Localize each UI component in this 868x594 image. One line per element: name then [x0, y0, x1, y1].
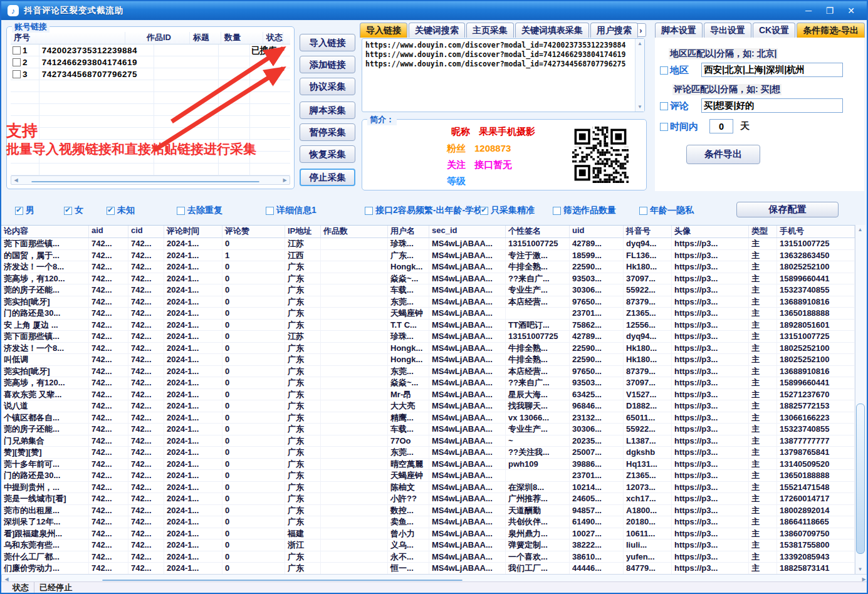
time-input[interactable]: [709, 119, 733, 133]
comments-column-header[interactable]: 评论时间: [164, 226, 222, 237]
comment-row[interactable]: 乌和东莞有些...742...742...2024-1...0浙江义乌...MS…: [1, 539, 855, 551]
action-button[interactable]: 导入链接: [300, 34, 355, 51]
account-column-header[interactable]: 序号: [11, 32, 125, 44]
row-checkbox[interactable]: [13, 46, 21, 55]
option-checkbox-box[interactable]: [15, 207, 23, 215]
comment-row[interactable]: 深圳呆了12年...742...742...2024-1...0广东卖鱼...M…: [1, 516, 855, 528]
comments-column-header[interactable]: cid: [128, 226, 164, 237]
option-checkbox-box[interactable]: [107, 207, 115, 215]
account-hscrollbar[interactable]: ◀ ▶: [11, 175, 290, 185]
comment-row[interactable]: 赞][赞][赞]742...742...2024-1...0广东东莞...MS4…: [1, 447, 855, 459]
comments-column-header[interactable]: 头像: [672, 226, 749, 237]
option-checkbox[interactable]: 未知: [107, 205, 135, 216]
option-checkbox-box[interactable]: [553, 207, 561, 215]
row-checkbox[interactable]: [13, 70, 21, 78]
settings-tab[interactable]: CK设置: [753, 23, 795, 38]
comment-row[interactable]: 莞市的出租屋...742...742...2024-1...0广东数控...MS…: [1, 505, 855, 517]
option-checkbox[interactable]: 详细信息1: [266, 205, 316, 216]
comment-row[interactable]: 叫低调742...742...2024-1...0广东Hongk...MS4wL…: [1, 354, 855, 366]
comment-row[interactable]: 莞下面那些镇...742...742...2024-1...0江苏珍珠...MS…: [1, 238, 855, 250]
scroll-down-icon[interactable]: ▼: [855, 565, 865, 574]
comment-checkbox-box[interactable]: [660, 102, 668, 110]
source-tab[interactable]: 关键词搜索: [409, 23, 465, 38]
account-row[interactable]: 2 7412466293804174619: [11, 56, 290, 68]
comments-column-header[interactable]: IP地址: [285, 226, 321, 237]
scroll-up-icon[interactable]: ▲: [855, 225, 865, 234]
scroll-down-icon[interactable]: ▼: [637, 104, 642, 110]
scroll-thumb[interactable]: [102, 580, 463, 581]
comment-row[interactable]: 门兄弟集合742...742...2024-1...0广东77OoMS4wLjA…: [1, 435, 855, 447]
source-tab[interactable]: 用户搜索: [590, 23, 638, 38]
comment-row[interactable]: 门的路还是30...742...742...2024-1...0广东天蝎座钟MS…: [1, 308, 855, 320]
option-checkbox[interactable]: 女: [64, 205, 83, 216]
account-column-header[interactable]: 标题: [190, 32, 221, 44]
comment-row[interactable]: 莞实拍[呲牙]742...742...2024-1...0广东东莞...MS4w…: [1, 296, 855, 308]
titlebar[interactable]: ♪ 抖音评论区裂变式截流助 ─ ❐ ✕: [1, 1, 867, 20]
region-input[interactable]: [701, 63, 843, 77]
comment-row[interactable]: 的国贸，属于...742...742...2024-1...1江西广东...MS…: [1, 250, 855, 262]
option-checkbox[interactable]: 去除重复: [177, 205, 222, 216]
option-checkbox-box[interactable]: [480, 207, 488, 215]
comment-row[interactable]: 说八道742...742...2024-1...0广东大大亮MS4wLjABAA…: [1, 400, 855, 412]
comment-row[interactable]: 安 上角 厦边 ...742...742...2024-1...0广东T.T C…: [1, 320, 855, 331]
comments-column-header[interactable]: 用户名: [388, 226, 429, 237]
action-button[interactable]: 暂停采集: [300, 123, 355, 141]
option-checkbox[interactable]: 只采集精准: [480, 205, 535, 216]
comment-row[interactable]: 莞的房子还能...742...742...2024-1...0广东车载...MS…: [1, 284, 855, 296]
action-button[interactable]: 协议采集: [300, 78, 355, 95]
account-row[interactable]: 1 7420023735312239884 已搜索: [11, 44, 290, 56]
action-button[interactable]: 停止采集: [300, 169, 355, 186]
account-row[interactable]: 3 7427344568707796275: [11, 68, 290, 80]
link-list-input[interactable]: https://www.douyin.com/discover?modal_id…: [362, 39, 635, 112]
account-column-header[interactable]: 作品ID: [125, 32, 190, 44]
account-column-header[interactable]: 数量: [221, 32, 263, 44]
comment-row[interactable]: 莞是一线城市[看]742...742...2024-1...0广东小許??MS4…: [1, 493, 855, 505]
comment-row[interactable]: 莞下面那些镇...742...742...2024-1...0江苏珍珠...MS…: [1, 331, 855, 343]
scroll-left-icon[interactable]: ◀: [11, 175, 21, 185]
comments-column-header[interactable]: 作品数: [321, 226, 388, 237]
settings-tab[interactable]: 脚本设置: [655, 23, 703, 38]
comments-column-header[interactable]: uid: [570, 226, 624, 237]
option-checkbox-box[interactable]: [365, 207, 373, 215]
comment-row[interactable]: 莞实拍[呲牙]742...742...2024-1...0广东东莞...MS4w…: [1, 366, 855, 378]
row-checkbox[interactable]: [13, 58, 21, 66]
tab-next-icon[interactable]: ›: [639, 26, 642, 35]
scroll-right-icon[interactable]: ▶: [280, 175, 290, 185]
comments-column-header[interactable]: 个性签名: [506, 226, 570, 237]
option-checkbox[interactable]: 男: [15, 205, 34, 216]
comment-row[interactable]: 济发达！一个8...742...742...2024-1...0广东Hongk.…: [1, 343, 855, 355]
account-column-header[interactable]: 状态: [263, 32, 283, 44]
comment-row[interactable]: 中提到贵州，...742...742...2024-1...0广东陈柚文MS4w…: [1, 482, 855, 494]
comment-row[interactable]: 莞什么工厂都...742...742...2024-1...0广东永不...MS…: [1, 551, 855, 563]
option-checkbox-box[interactable]: [266, 207, 274, 215]
scroll-up-icon[interactable]: ▲: [637, 41, 642, 46]
comment-row[interactable]: 济发达！一个8...742...742...2024-1...0广东Hongk.…: [1, 261, 855, 273]
comments-column-header[interactable]: 手机号: [777, 226, 855, 237]
source-tab[interactable]: 关键词填表采集: [515, 23, 589, 38]
comment-input[interactable]: [701, 98, 843, 113]
source-tab[interactable]: 主页采集: [466, 23, 514, 38]
comment-row[interactable]: 门的路还是30...742...742...2024-1...0广东天蝎座钟MS…: [1, 470, 855, 482]
region-checkbox-box[interactable]: [660, 66, 668, 75]
comment-row[interactable]: 莞高埗，有120...742...742...2024-1...0广东焱焱~..…: [1, 273, 855, 285]
comment-row[interactable]: 们廉价劳动力...742...742...2024-1...0广东恒一...MS…: [1, 563, 855, 574]
close-button[interactable]: ✕: [842, 6, 860, 16]
comment-row[interactable]: 看]跟福建泉州...742...742...2024-1...0福建曾小力MS4…: [1, 528, 855, 540]
action-button[interactable]: 脚本采集: [300, 102, 355, 119]
source-tab[interactable]: 导入链接: [360, 23, 407, 38]
comment-row[interactable]: 喜欢东莞 又辈...742...742...2024-1...0广东Mr-昂MS…: [1, 389, 855, 401]
comment-row[interactable]: 个镇区都各自...742...742...2024-1...0广东精鹰...MS…: [1, 412, 855, 424]
link-list-scrollbar[interactable]: ▲ ▼: [635, 39, 644, 112]
option-checkbox-box[interactable]: [64, 207, 72, 215]
option-checkbox[interactable]: 接口2容易频繁-出年龄-学校: [365, 205, 483, 216]
option-checkbox-box[interactable]: [639, 207, 647, 215]
region-checkbox[interactable]: 地区: [660, 65, 689, 76]
comments-column-header[interactable]: sec_id: [429, 226, 506, 237]
scroll-thumb[interactable]: [856, 404, 865, 554]
comments-column-header[interactable]: 论内容: [1, 226, 89, 237]
time-checkbox-box[interactable]: [660, 123, 668, 131]
comment-checkbox[interactable]: 评论: [660, 100, 689, 112]
comments-vscrollbar[interactable]: ▲ ▼: [855, 225, 865, 574]
settings-tab[interactable]: 导出设置: [704, 23, 751, 38]
comment-row[interactable]: 莞的房子还能...742...742...2024-1...0广东车载...MS…: [1, 424, 855, 435]
